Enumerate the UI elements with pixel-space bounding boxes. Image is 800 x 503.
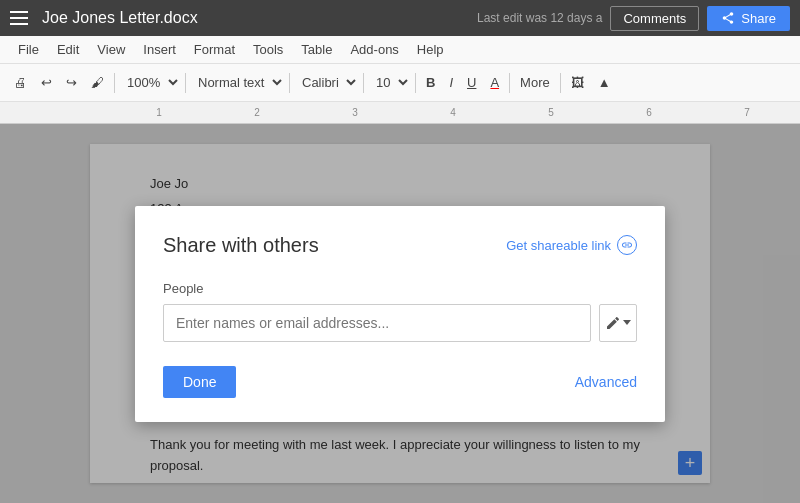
toolbar-divider-3 [289,73,290,93]
document-area: Joe Jo 123 A Anyto Octob Maria Anyto Any… [0,124,800,503]
image-button[interactable]: 🖼 [565,71,590,94]
font-select[interactable]: Calibri [294,71,359,94]
toolbar-divider-5 [415,73,416,93]
chevron-up-button[interactable]: ▲ [592,71,617,94]
size-select[interactable]: 10 [368,71,411,94]
menu-tools[interactable]: Tools [245,39,291,60]
zoom-select[interactable]: 100% [119,71,181,94]
bold-button[interactable]: B [420,71,441,94]
pen-icon [605,315,621,331]
color-button[interactable]: A [484,71,505,94]
menu-file[interactable]: File [10,39,47,60]
undo-button[interactable]: ↩ [35,71,58,94]
ruler-mark-7: 7 [698,107,796,118]
document-title: Joe Jones Letter.docx [42,9,469,27]
menu-format[interactable]: Format [186,39,243,60]
ruler-marks: 1 2 3 4 5 6 7 [100,107,800,118]
ruler-mark-1: 1 [110,107,208,118]
toolbar-divider-7 [560,73,561,93]
menu-bar: File Edit View Insert Format Tools Table… [0,36,800,64]
people-label: People [163,281,637,296]
modal-title: Share with others [163,234,319,257]
italic-button[interactable]: I [443,71,459,94]
advanced-button[interactable]: Advanced [575,374,637,390]
modal-header: Share with others Get shareable link [163,234,637,257]
comments-button[interactable]: Comments [610,6,699,31]
hamburger-menu[interactable] [10,6,34,30]
toolbar-divider-6 [509,73,510,93]
menu-help[interactable]: Help [409,39,452,60]
paint-format-button[interactable]: 🖌 [85,71,110,94]
more-button[interactable]: More [514,71,556,94]
ruler: 1 2 3 4 5 6 7 [0,102,800,124]
modal-footer: Done Advanced [163,366,637,398]
redo-button[interactable]: ↪ [60,71,83,94]
share-modal: Share with others Get shareable link Peo… [135,206,665,422]
print-button[interactable]: 🖨 [8,71,33,94]
menu-edit[interactable]: Edit [49,39,87,60]
toolbar-divider-2 [185,73,186,93]
ruler-mark-4: 4 [404,107,502,118]
get-shareable-link-button[interactable]: Get shareable link [506,235,637,255]
menu-addons[interactable]: Add-ons [342,39,406,60]
menu-view[interactable]: View [89,39,133,60]
ruler-mark-6: 6 [600,107,698,118]
permissions-button[interactable] [599,304,637,342]
menu-insert[interactable]: Insert [135,39,184,60]
get-link-label: Get shareable link [506,238,611,253]
link-icon [617,235,637,255]
underline-button[interactable]: U [461,71,482,94]
done-button[interactable]: Done [163,366,236,398]
title-bar-actions: Last edit was 12 days a Comments Share [477,6,790,31]
ruler-mark-5: 5 [502,107,600,118]
title-bar: Joe Jones Letter.docx Last edit was 12 d… [0,0,800,36]
last-edit-text: Last edit was 12 days a [477,11,602,25]
chain-link-icon [621,239,633,251]
share-icon [721,11,735,25]
share-button[interactable]: Share [707,6,790,31]
share-label: Share [741,11,776,26]
modal-overlay: Share with others Get shareable link Peo… [0,124,800,503]
toolbar-divider-1 [114,73,115,93]
style-select[interactable]: Normal text [190,71,285,94]
toolbar: 🖨 ↩ ↪ 🖌 100% Normal text Calibri 10 B I … [0,64,800,102]
toolbar-divider-4 [363,73,364,93]
menu-table[interactable]: Table [293,39,340,60]
modal-input-row [163,304,637,342]
people-input[interactable] [163,304,591,342]
ruler-mark-2: 2 [208,107,306,118]
caret-down-icon [623,320,631,325]
ruler-mark-3: 3 [306,107,404,118]
